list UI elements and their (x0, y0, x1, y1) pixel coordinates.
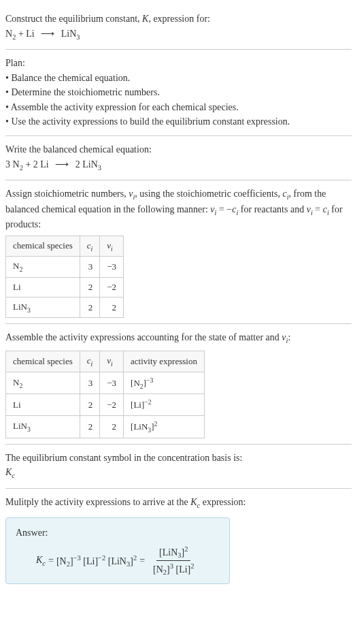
fraction: [LiN3]2 [N2]3 [Li]2 (150, 545, 197, 577)
cell-v: 2 (100, 297, 124, 318)
final-formula: Kc = [N2]−3 [Li]−2 [LiN3]2 = [LiN3]2 [N2… (16, 545, 220, 577)
equals-2: = (139, 556, 145, 566)
table-row: Li 2 −2 [Li]−2 (6, 394, 205, 415)
lhs-expr: [N2]−3 [Li]−2 [LiN3]2 (56, 554, 137, 568)
cell-expr: [N2]−3 (124, 372, 205, 394)
balanced-title: Write the balanced chemical equation: (5, 143, 352, 157)
cell-species: Li (6, 394, 80, 415)
table-header-row: chemical species ci νi activity expressi… (6, 351, 205, 372)
header-section: Construct the equilibrium constant, K, e… (5, 5, 352, 50)
cell-v: −3 (100, 372, 124, 394)
col-species: chemical species (6, 236, 80, 257)
activity-intro: Assemble the activity expressions accoun… (5, 331, 352, 346)
cell-expr: [Li]−2 (124, 394, 205, 415)
answer-box: Answer: Kc = [N2]−3 [Li]−2 [LiN3]2 = [Li… (5, 517, 230, 584)
table-row: N2 3 −3 (6, 257, 124, 278)
final-title: Mulitply the activity expressions to arr… (5, 496, 352, 511)
balanced-equation: 3 N2 + 2 Li ⟶ 2 LiN3 (5, 158, 352, 173)
final-section: Mulitply the activity expressions to arr… (5, 489, 352, 590)
cell-c: 3 (80, 257, 100, 278)
symbol-section: The equilibrium constant symbol in the c… (5, 445, 352, 489)
plan-item-0: • Balance the chemical equation. (5, 71, 352, 85)
symbol-value: Kc (5, 466, 352, 481)
col-c: ci (80, 236, 100, 257)
prompt-title: Construct the equilibrium constant, K, e… (5, 12, 352, 26)
stoich-intro: Assign stoichiometric numbers, νi, using… (5, 187, 352, 231)
cell-species: N2 (6, 372, 80, 394)
cell-c: 2 (80, 415, 100, 438)
answer-label: Answer: (16, 526, 220, 540)
plan-item-3: • Use the activity expressions to build … (5, 115, 352, 129)
activity-section: Assemble the activity expressions accoun… (5, 324, 352, 444)
equals-1: = (48, 556, 54, 566)
cell-species: Li (6, 277, 80, 297)
cell-v: −2 (100, 394, 124, 415)
cell-species: LiN3 (6, 297, 80, 318)
cell-species: N2 (6, 257, 80, 278)
cell-expr: [LiN3]2 (124, 415, 205, 438)
stoich-table: chemical species ci νi N2 3 −3 Li 2 −2 L… (5, 236, 124, 319)
table-row: LiN3 2 2 (6, 297, 124, 318)
cell-c: 2 (80, 394, 100, 415)
col-v: νi (100, 351, 124, 372)
cell-c: 2 (80, 297, 100, 318)
activity-table: chemical species ci νi activity expressi… (5, 351, 205, 438)
cell-species: LiN3 (6, 415, 80, 438)
numerator: [LiN3]2 (156, 545, 190, 561)
col-species: chemical species (6, 351, 80, 372)
kc-symbol: Kc (36, 555, 46, 567)
cell-c: 3 (80, 372, 100, 394)
cell-c: 2 (80, 277, 100, 297)
table-row: Li 2 −2 (6, 277, 124, 297)
symbol-title: The equilibrium constant symbol in the c… (5, 451, 352, 465)
table-header-row: chemical species ci νi (6, 236, 124, 257)
denominator: [N2]3 [Li]2 (150, 561, 197, 576)
unbalanced-equation: N2 + Li ⟶ LiN3 (5, 27, 352, 42)
cell-v: 2 (100, 415, 124, 438)
cell-v: −3 (100, 257, 124, 278)
col-v: νi (100, 236, 124, 257)
plan-title: Plan: (5, 57, 352, 70)
col-expr: activity expression (124, 351, 205, 372)
cell-v: −2 (100, 277, 124, 297)
balanced-section: Write the balanced chemical equation: 3 … (5, 136, 352, 180)
col-c: ci (80, 351, 100, 372)
plan-item-1: • Determine the stoichiometric numbers. (5, 86, 352, 99)
stoich-section: Assign stoichiometric numbers, νi, using… (5, 180, 352, 324)
plan-item-2: • Assemble the activity expression for e… (5, 101, 352, 114)
table-row: N2 3 −3 [N2]−3 (6, 372, 205, 394)
plan-section: Plan: • Balance the chemical equation. •… (5, 50, 352, 136)
table-row: LiN3 2 2 [LiN3]2 (6, 415, 205, 438)
